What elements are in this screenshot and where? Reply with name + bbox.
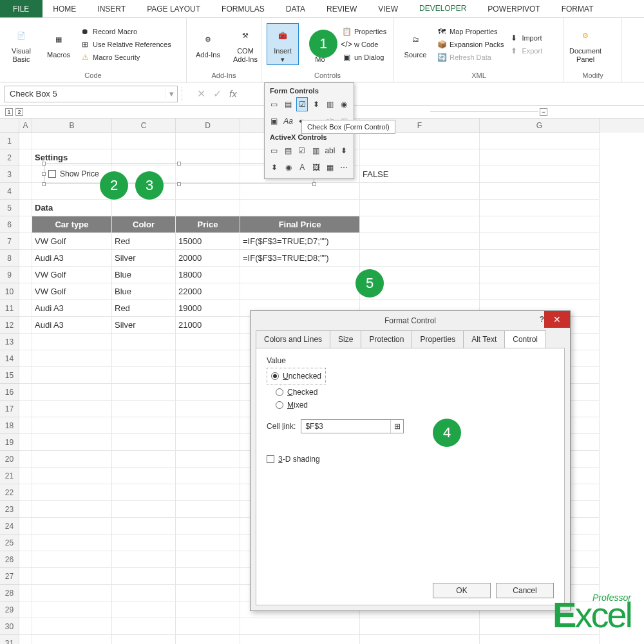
view-code-button[interactable]: </>w Code [341, 39, 386, 50]
ax-spinner-icon[interactable]: ⬍ [269, 160, 280, 175]
map-properties-button[interactable]: 🗺Map Properties [437, 26, 504, 37]
col-header-C[interactable]: C [112, 118, 176, 133]
cell[interactable] [240, 283, 360, 300]
insert-button[interactable]: 🧰 Insert▾ [267, 23, 299, 64]
tab-properties[interactable]: Properties [412, 330, 464, 348]
cell[interactable]: Audi A3 [32, 250, 112, 267]
row-header-14[interactable]: 14 [0, 350, 19, 367]
row-header-25[interactable]: 25 [0, 535, 19, 551]
row-header-22[interactable]: 22 [0, 484, 19, 501]
col-header-B[interactable]: B [32, 118, 112, 133]
record-macro-button[interactable]: ⏺Record Macro [80, 26, 171, 37]
cell[interactable]: Silver [112, 317, 176, 334]
cell[interactable]: VW Golf [32, 233, 112, 250]
form-groupbox-icon[interactable]: ▣ [269, 114, 280, 128]
row-header-12[interactable]: 12 [0, 317, 19, 334]
tab-control[interactable]: Control [504, 330, 546, 348]
col-header-G[interactable]: G [480, 118, 600, 133]
tab-view[interactable]: VIEW [368, 0, 409, 17]
export-button[interactable]: ⬆Export [509, 46, 542, 56]
cell[interactable]: Blue [112, 267, 176, 283]
row-header-5[interactable]: 5 [0, 200, 19, 216]
ax-label-icon[interactable]: A [296, 160, 308, 175]
header-price[interactable]: Price [176, 216, 240, 233]
row-header-29[interactable]: 29 [0, 601, 19, 618]
row-header-28[interactable]: 28 [0, 585, 19, 601]
table-row[interactable]: VW GolfBlue22000 [19, 283, 600, 300]
table-row[interactable]: Audi A3Silver20000=IF($F$3=TRUE;D8;"") [19, 250, 600, 267]
fx-icon[interactable]: fx [229, 88, 237, 99]
tab-formulas[interactable]: FORMULAS [211, 0, 276, 17]
row-header-1[interactable]: 1 [0, 133, 19, 149]
row-header-7[interactable]: 7 [0, 233, 19, 250]
cell[interactable]: =IF($F$3=TRUE;D8;"") [240, 250, 360, 267]
col-header-D[interactable]: D [176, 118, 240, 133]
form-button-icon[interactable]: ▭ [269, 97, 280, 111]
ax-checkbox-icon[interactable]: ☑ [296, 144, 308, 158]
tab-size[interactable]: Size [330, 330, 361, 348]
row-header-16[interactable]: 16 [0, 384, 19, 401]
row-header-3[interactable]: 3 [0, 166, 19, 183]
cell[interactable]: VW Golf [32, 283, 112, 300]
cell[interactable]: 18000 [176, 267, 240, 283]
radio-mixed[interactable]: Mixed [276, 399, 554, 412]
form-option-icon[interactable]: ◉ [338, 97, 350, 111]
cell[interactable] [240, 267, 360, 283]
cell[interactable]: Audi A3 [32, 317, 112, 334]
row-header-17[interactable]: 17 [0, 401, 19, 417]
ax-listbox-icon[interactable]: ▥ [310, 144, 322, 158]
ax-button-icon[interactable]: ▭ [269, 144, 280, 158]
tab-page-layout[interactable]: PAGE LAYOUT [137, 0, 211, 17]
ax-more-icon[interactable]: ⋯ [338, 160, 350, 175]
cancel-formula-icon[interactable]: ✕ [197, 88, 205, 100]
table-row[interactable] [19, 618, 600, 635]
use-relative-button[interactable]: ⊞Use Relative References [80, 39, 171, 50]
row-header-31[interactable]: 31 [0, 635, 19, 644]
name-box-dropdown-icon[interactable]: ▾ [166, 89, 177, 99]
cell[interactable]: 15000 [176, 233, 240, 250]
form-checkbox-icon[interactable]: ☑ [296, 97, 308, 111]
name-box[interactable]: Check Box 5 ▾ [4, 86, 178, 102]
tab-developer[interactable]: DEVELOPER [409, 0, 477, 17]
run-dialog-button[interactable]: ▣un Dialog [341, 52, 386, 62]
row-header-18[interactable]: 18 [0, 417, 19, 434]
tab-powerpivot[interactable]: POWERPIVOT [477, 0, 551, 17]
row-header-4[interactable]: 4 [0, 183, 19, 200]
source-button[interactable]: 🗂Source [399, 29, 431, 59]
row-header-20[interactable]: 20 [0, 451, 19, 468]
form-spinner-icon[interactable]: ⬍ [310, 97, 322, 111]
row-header-24[interactable]: 24 [0, 518, 19, 535]
cell[interactable]: Red [112, 233, 176, 250]
tab-protection[interactable]: Protection [361, 330, 412, 348]
cell[interactable]: 20000 [176, 250, 240, 267]
tab-file[interactable]: FILE [0, 0, 43, 17]
macro-security-button[interactable]: ⚠Macro Security [80, 52, 171, 62]
tab-data[interactable]: DATA [276, 0, 316, 17]
dialog-close-button[interactable]: ✕ [544, 311, 570, 328]
properties-button[interactable]: 📋Properties [341, 26, 386, 37]
com-addins-button[interactable]: ⚒COM Add-Ins [229, 25, 261, 62]
form-combobox-icon[interactable]: ▤ [283, 97, 294, 111]
header-color[interactable]: Color [112, 216, 176, 233]
import-button[interactable]: ⬇Import [509, 33, 542, 43]
ax-scrollbar-icon[interactable]: ⬍ [338, 144, 350, 158]
ax-combobox-icon[interactable]: ▤ [283, 144, 294, 158]
addins-button[interactable]: ⚙Add-Ins [192, 29, 224, 59]
form-label-icon[interactable]: Aa [283, 114, 294, 128]
cell[interactable]: VW Golf [32, 267, 112, 283]
ax-option-icon[interactable]: ◉ [283, 160, 294, 175]
cell[interactable]: Silver [112, 250, 176, 267]
select-all-corner[interactable] [0, 118, 19, 133]
checkbox-icon[interactable] [48, 170, 56, 178]
row-header-19[interactable]: 19 [0, 434, 19, 451]
ax-toggle-icon[interactable]: ▦ [325, 160, 336, 175]
header-car-type[interactable]: Car type [32, 216, 112, 233]
tab-alt-text[interactable]: Alt Text [463, 330, 505, 348]
enter-formula-icon[interactable]: ✓ [213, 88, 222, 100]
cell[interactable]: 22000 [176, 283, 240, 300]
cell[interactable]: Blue [112, 283, 176, 300]
row-header-10[interactable]: 10 [0, 283, 19, 300]
cell[interactable]: 19000 [176, 300, 240, 317]
checkbox-3d-shading[interactable]: 3-D shading [267, 453, 554, 466]
table-row[interactable]: VW GolfRed15000=IF($F$3=TRUE;D7;"") [19, 233, 600, 250]
